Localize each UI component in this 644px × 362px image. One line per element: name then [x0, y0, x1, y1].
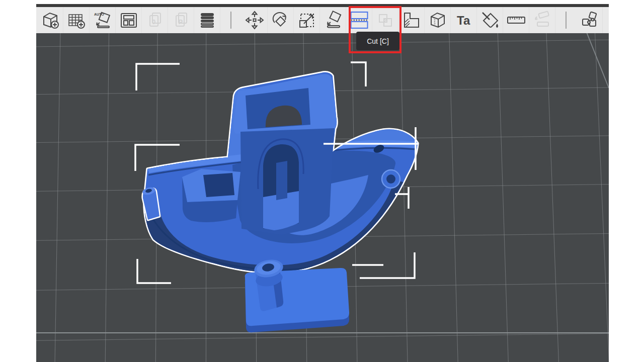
split-to-objects-button: 0	[142, 7, 168, 33]
cut-icon	[349, 10, 369, 30]
add-plate-icon	[66, 10, 87, 30]
rotate-button[interactable]	[268, 7, 294, 33]
move-icon	[245, 10, 265, 30]
variable-layer-height-icon	[197, 10, 217, 30]
svg-text:P: P	[178, 18, 183, 26]
assembly-view-icon	[532, 10, 552, 30]
bracket-bottom-left	[137, 259, 171, 283]
toolbar-separator	[230, 12, 231, 29]
split-to-parts-icon: P	[171, 10, 191, 30]
move-button[interactable]	[242, 7, 268, 33]
assembly-view-button	[529, 7, 555, 33]
scale-button[interactable]	[294, 7, 320, 33]
add-object-button[interactable]	[37, 7, 63, 33]
assemble-icon	[580, 10, 600, 30]
benchy-stern-hatch	[203, 173, 234, 197]
tooltip-cut-label: Cut [C]	[367, 37, 389, 45]
viewport-3d[interactable]	[36, 33, 609, 362]
rotate-icon	[271, 10, 291, 30]
seam-painting-button[interactable]	[425, 7, 451, 33]
support-painting-button[interactable]	[398, 7, 425, 33]
bracket-top-right	[351, 62, 366, 86]
scale-icon	[297, 10, 317, 30]
assemble-button[interactable]	[577, 7, 603, 33]
scene-overlay	[36, 33, 609, 362]
add-plate-button[interactable]	[63, 7, 90, 33]
lay-on-face-button[interactable]	[320, 7, 346, 33]
toolbar-separator	[566, 12, 567, 29]
benchy-porthole-hole	[386, 174, 395, 184]
split-to-parts-button: P	[168, 7, 194, 33]
seam-painting-icon	[428, 10, 448, 30]
model-benchy[interactable]	[132, 72, 429, 281]
cut-button[interactable]	[346, 7, 372, 33]
text-tool-button[interactable]: Ta	[451, 7, 477, 33]
bracket-top-left	[136, 64, 180, 90]
plate-side-edge	[586, 33, 609, 88]
svg-text:0: 0	[152, 18, 155, 26]
main-toolbar: AUTO 0 P	[36, 7, 609, 33]
tooltip-cut: Cut [C]	[356, 32, 399, 50]
split-to-objects-icon: 0	[145, 10, 165, 30]
mesh-boolean-icon	[375, 10, 395, 30]
arrange-icon	[119, 10, 139, 30]
mesh-boolean-button	[372, 7, 398, 33]
arrange-button[interactable]	[116, 7, 142, 33]
text-tool-icon: Ta	[454, 10, 474, 30]
measure-icon	[506, 10, 526, 30]
auto-orient-icon: AUTO	[93, 10, 113, 30]
benchy-door-post	[276, 161, 287, 200]
support-painting-icon	[401, 10, 422, 30]
variable-layer-height-button[interactable]	[194, 7, 220, 33]
color-painting-icon	[480, 10, 500, 30]
measure-button[interactable]	[503, 7, 529, 33]
add-object-icon	[40, 10, 60, 30]
auto-orient-button[interactable]: AUTO	[90, 7, 116, 33]
color-painting-button[interactable]	[477, 7, 503, 33]
svg-text:Ta: Ta	[457, 14, 470, 27]
lay-on-face-icon	[323, 10, 343, 30]
